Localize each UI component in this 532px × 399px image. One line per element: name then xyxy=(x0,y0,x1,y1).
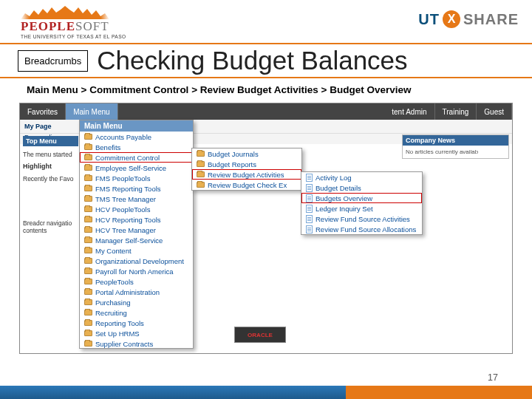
folder-icon xyxy=(84,206,92,212)
menu-item-label: Benefits xyxy=(95,143,120,151)
menu-item[interactable]: TMS Tree Manager xyxy=(80,194,193,204)
menu-rb-items[interactable]: Activity LogBudget DetailsBudgets Overvi… xyxy=(301,172,422,234)
right-column: Company News No articles currently avail… xyxy=(402,134,509,159)
menu-item[interactable]: Purchasing xyxy=(80,297,193,307)
highlight-hdr: Highlight xyxy=(23,163,78,171)
menu-commitment-control[interactable]: Budget JournalsBudget ReportsReview Budg… xyxy=(191,148,302,191)
menu-item-label: Payroll for North America xyxy=(95,267,174,276)
menu-item[interactable]: Activity Log xyxy=(301,172,422,183)
logo-share: SHARE xyxy=(463,11,519,28)
news-header: Company News xyxy=(403,135,508,146)
menu-item-label: Review Budget Check Ex xyxy=(208,181,287,189)
slide-header: PEOPLESOFT THE UNIVERSITY OF TEXAS AT EL… xyxy=(0,0,532,44)
company-news-box: Company News No articles currently avail… xyxy=(402,134,509,159)
folder-icon xyxy=(84,165,92,171)
menu-review-budget[interactable]: Activity LogBudget DetailsBudgets Overvi… xyxy=(301,171,423,235)
menu-item[interactable]: Payroll for North America xyxy=(80,266,193,276)
menu-item[interactable]: Ledger Inquiry Set xyxy=(301,203,422,214)
menu-item[interactable]: Recruiting xyxy=(80,307,193,318)
menu-item[interactable]: Review Budget Check Ex xyxy=(192,180,301,190)
menu-item[interactable]: Budget Details xyxy=(301,183,422,193)
menu-main-items[interactable]: Accounts PayableBenefitsCommitment Contr… xyxy=(80,132,193,349)
menu-item-label: Manager Self-Service xyxy=(95,236,163,245)
menu-item-label: Recruiting xyxy=(95,309,127,317)
left-p2: Recently the Favo xyxy=(23,175,78,183)
brand-subtitle: THE UNIVERSITY OF TEXAS AT EL PASO xyxy=(21,34,126,39)
mypage-label[interactable]: My Page xyxy=(24,123,52,130)
menu-item-label: HCV Reporting Tools xyxy=(95,216,161,224)
folder-icon xyxy=(84,134,92,140)
logo-utshare: UT X SHARE xyxy=(418,4,519,28)
menu-item[interactable]: Portal Administration xyxy=(80,287,193,297)
folder-icon xyxy=(84,154,92,160)
menu-item-label: Organizational Development xyxy=(95,257,184,265)
page-number: 17 xyxy=(488,372,498,383)
tab-admin[interactable]: tent Admin xyxy=(384,103,434,120)
menu-item[interactable]: Organizational Development xyxy=(80,256,193,266)
folder-icon xyxy=(84,185,92,191)
tab-guest[interactable]: Guest xyxy=(477,103,512,120)
menu-item[interactable]: Accounts Payable xyxy=(80,132,193,142)
menu-item[interactable]: FMS PeopleTools xyxy=(80,173,193,183)
folder-icon xyxy=(197,151,205,157)
menu-item[interactable]: Set Up HRMS xyxy=(80,328,193,338)
folder-icon xyxy=(84,320,92,326)
menu-item[interactable]: Review Fund Source Activities xyxy=(301,214,422,224)
menu-item-label: HCV PeopleTools xyxy=(95,205,150,214)
menu-item-label: Ledger Inquiry Set xyxy=(316,205,373,213)
menu-item[interactable]: Benefits xyxy=(80,142,193,152)
folder-icon xyxy=(84,216,92,222)
menu-item[interactable]: Supplier Contracts xyxy=(80,338,193,349)
tab-main-menu[interactable]: Main Menu xyxy=(66,103,117,120)
menu-item[interactable]: Review Budget Activities xyxy=(192,169,301,180)
slide-footer xyxy=(0,386,532,399)
menu-item[interactable]: My Content xyxy=(80,245,193,256)
menu-item[interactable]: HCV Tree Manager xyxy=(80,225,193,235)
menu-item-label: FMS PeopleTools xyxy=(95,174,150,183)
menu-item-label: Review Budget Activities xyxy=(208,171,284,179)
menu-item-label: My Content xyxy=(95,247,132,255)
footer-blue xyxy=(0,386,346,399)
menu-item-label: PeopleTools xyxy=(95,278,134,286)
menu-item-label: HCV Tree Manager xyxy=(95,226,156,234)
folder-icon xyxy=(84,237,92,243)
menu-item-label: Employee Self-Service xyxy=(95,164,166,172)
menu-item[interactable]: Review Fund Source Allocations xyxy=(301,224,422,234)
menu-item[interactable]: PeopleTools xyxy=(80,276,193,287)
folder-icon xyxy=(84,248,92,253)
menu-item[interactable]: HCV Reporting Tools xyxy=(80,214,193,225)
folder-icon xyxy=(84,341,92,347)
tab-training[interactable]: Training xyxy=(435,103,477,120)
footer-orange xyxy=(346,386,532,399)
breadcrumb-label-box: Breadcrumbs xyxy=(18,50,88,72)
menu-item[interactable]: Manager Self-Service xyxy=(80,235,193,245)
doc-icon xyxy=(306,194,313,202)
menu-item[interactable]: Budget Journals xyxy=(192,149,301,159)
doc-icon xyxy=(306,174,313,182)
menu-item[interactable]: Employee Self-Service xyxy=(80,163,193,173)
news-body: No articles currently availab xyxy=(403,146,508,158)
tab-favorites[interactable]: Favorites xyxy=(20,103,66,120)
menu-item[interactable]: HCV PeopleTools xyxy=(80,204,193,214)
menu-main-header: Main Menu xyxy=(80,120,193,132)
menu-item[interactable]: Reporting Tools xyxy=(80,318,193,328)
menu-item[interactable]: FMS Reporting Tools xyxy=(80,183,193,194)
folder-icon xyxy=(84,258,92,264)
folder-icon xyxy=(84,175,92,181)
menu-item[interactable]: Budgets Overview xyxy=(301,193,422,203)
menu-main[interactable]: Main Menu Accounts PayableBenefitsCommit… xyxy=(79,120,194,349)
menu-item-label: Supplier Contracts xyxy=(95,340,153,348)
menu-item[interactable]: Budget Reports xyxy=(192,159,301,169)
skyline-graphic xyxy=(21,4,109,19)
menu-item-label: Commitment Control xyxy=(95,154,160,162)
menu-cc-items[interactable]: Budget JournalsBudget ReportsReview Budg… xyxy=(192,149,301,190)
menu-item-label: Reporting Tools xyxy=(95,319,144,327)
menu-item-label: Budget Journals xyxy=(208,150,259,158)
menu-item-label: Portal Administration xyxy=(95,288,160,296)
folder-icon xyxy=(84,144,92,150)
menu-item-label: Review Fund Source Activities xyxy=(316,215,410,223)
menu-item-label: Activity Log xyxy=(316,174,352,182)
menu-item-label: Set Up HRMS xyxy=(95,330,140,338)
menu-item[interactable]: Commitment Control xyxy=(80,152,193,163)
brand-people: PEOPLE xyxy=(21,19,75,33)
